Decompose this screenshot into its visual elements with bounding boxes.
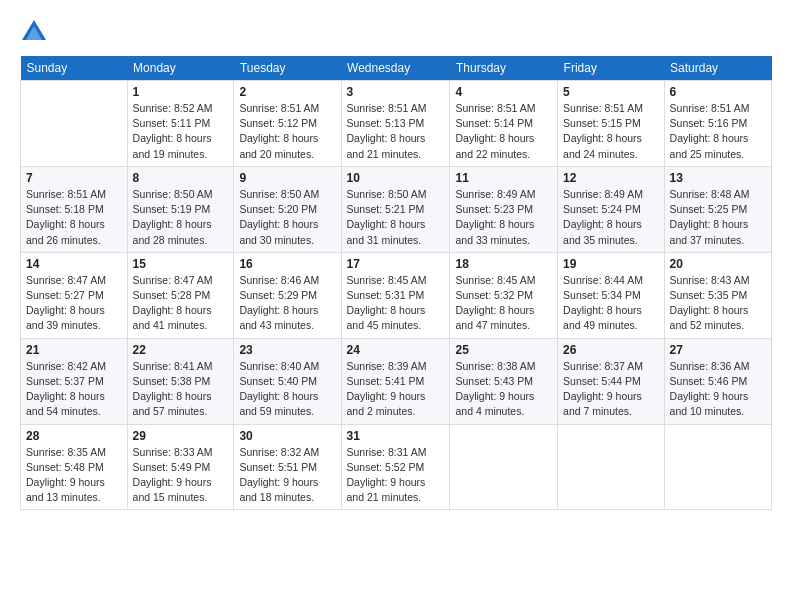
calendar-cell: 8Sunrise: 8:50 AM Sunset: 5:19 PM Daylig… <box>127 166 234 252</box>
day-number: 27 <box>670 343 766 357</box>
day-info: Sunrise: 8:31 AM Sunset: 5:52 PM Dayligh… <box>347 445 445 506</box>
calendar-cell: 22Sunrise: 8:41 AM Sunset: 5:38 PM Dayli… <box>127 338 234 424</box>
day-info: Sunrise: 8:40 AM Sunset: 5:40 PM Dayligh… <box>239 359 335 420</box>
day-info: Sunrise: 8:37 AM Sunset: 5:44 PM Dayligh… <box>563 359 659 420</box>
col-header-sunday: Sunday <box>21 56 128 81</box>
day-number: 17 <box>347 257 445 271</box>
day-number: 5 <box>563 85 659 99</box>
calendar-cell: 11Sunrise: 8:49 AM Sunset: 5:23 PM Dayli… <box>450 166 558 252</box>
calendar-cell: 28Sunrise: 8:35 AM Sunset: 5:48 PM Dayli… <box>21 424 128 510</box>
day-number: 30 <box>239 429 335 443</box>
day-info: Sunrise: 8:38 AM Sunset: 5:43 PM Dayligh… <box>455 359 552 420</box>
day-number: 20 <box>670 257 766 271</box>
day-info: Sunrise: 8:51 AM Sunset: 5:16 PM Dayligh… <box>670 101 766 162</box>
day-number: 9 <box>239 171 335 185</box>
day-info: Sunrise: 8:47 AM Sunset: 5:28 PM Dayligh… <box>133 273 229 334</box>
day-number: 13 <box>670 171 766 185</box>
calendar-cell: 13Sunrise: 8:48 AM Sunset: 5:25 PM Dayli… <box>664 166 771 252</box>
logo-icon <box>20 18 48 46</box>
calendar-cell: 27Sunrise: 8:36 AM Sunset: 5:46 PM Dayli… <box>664 338 771 424</box>
calendar-table: SundayMondayTuesdayWednesdayThursdayFrid… <box>20 56 772 510</box>
day-number: 23 <box>239 343 335 357</box>
day-info: Sunrise: 8:51 AM Sunset: 5:15 PM Dayligh… <box>563 101 659 162</box>
day-number: 14 <box>26 257 122 271</box>
day-info: Sunrise: 8:52 AM Sunset: 5:11 PM Dayligh… <box>133 101 229 162</box>
calendar-cell <box>558 424 665 510</box>
day-info: Sunrise: 8:50 AM Sunset: 5:19 PM Dayligh… <box>133 187 229 248</box>
calendar-cell: 1Sunrise: 8:52 AM Sunset: 5:11 PM Daylig… <box>127 81 234 167</box>
day-info: Sunrise: 8:33 AM Sunset: 5:49 PM Dayligh… <box>133 445 229 506</box>
day-info: Sunrise: 8:35 AM Sunset: 5:48 PM Dayligh… <box>26 445 122 506</box>
day-info: Sunrise: 8:51 AM Sunset: 5:14 PM Dayligh… <box>455 101 552 162</box>
day-info: Sunrise: 8:36 AM Sunset: 5:46 PM Dayligh… <box>670 359 766 420</box>
calendar-cell: 4Sunrise: 8:51 AM Sunset: 5:14 PM Daylig… <box>450 81 558 167</box>
day-info: Sunrise: 8:44 AM Sunset: 5:34 PM Dayligh… <box>563 273 659 334</box>
calendar-cell: 15Sunrise: 8:47 AM Sunset: 5:28 PM Dayli… <box>127 252 234 338</box>
day-number: 18 <box>455 257 552 271</box>
calendar-cell: 26Sunrise: 8:37 AM Sunset: 5:44 PM Dayli… <box>558 338 665 424</box>
calendar-cell: 25Sunrise: 8:38 AM Sunset: 5:43 PM Dayli… <box>450 338 558 424</box>
day-info: Sunrise: 8:50 AM Sunset: 5:21 PM Dayligh… <box>347 187 445 248</box>
day-number: 11 <box>455 171 552 185</box>
day-info: Sunrise: 8:49 AM Sunset: 5:24 PM Dayligh… <box>563 187 659 248</box>
calendar-cell: 23Sunrise: 8:40 AM Sunset: 5:40 PM Dayli… <box>234 338 341 424</box>
day-number: 24 <box>347 343 445 357</box>
calendar-cell: 7Sunrise: 8:51 AM Sunset: 5:18 PM Daylig… <box>21 166 128 252</box>
calendar-cell: 2Sunrise: 8:51 AM Sunset: 5:12 PM Daylig… <box>234 81 341 167</box>
col-header-wednesday: Wednesday <box>341 56 450 81</box>
calendar-cell: 29Sunrise: 8:33 AM Sunset: 5:49 PM Dayli… <box>127 424 234 510</box>
day-number: 15 <box>133 257 229 271</box>
day-info: Sunrise: 8:51 AM Sunset: 5:13 PM Dayligh… <box>347 101 445 162</box>
day-number: 7 <box>26 171 122 185</box>
day-info: Sunrise: 8:32 AM Sunset: 5:51 PM Dayligh… <box>239 445 335 506</box>
calendar-cell: 3Sunrise: 8:51 AM Sunset: 5:13 PM Daylig… <box>341 81 450 167</box>
day-number: 4 <box>455 85 552 99</box>
day-number: 6 <box>670 85 766 99</box>
day-number: 31 <box>347 429 445 443</box>
calendar-cell: 12Sunrise: 8:49 AM Sunset: 5:24 PM Dayli… <box>558 166 665 252</box>
week-row-1: 7Sunrise: 8:51 AM Sunset: 5:18 PM Daylig… <box>21 166 772 252</box>
day-info: Sunrise: 8:49 AM Sunset: 5:23 PM Dayligh… <box>455 187 552 248</box>
calendar-cell <box>450 424 558 510</box>
col-header-tuesday: Tuesday <box>234 56 341 81</box>
day-number: 22 <box>133 343 229 357</box>
day-number: 25 <box>455 343 552 357</box>
day-number: 28 <box>26 429 122 443</box>
day-number: 8 <box>133 171 229 185</box>
calendar-cell: 9Sunrise: 8:50 AM Sunset: 5:20 PM Daylig… <box>234 166 341 252</box>
calendar-cell: 6Sunrise: 8:51 AM Sunset: 5:16 PM Daylig… <box>664 81 771 167</box>
day-number: 1 <box>133 85 229 99</box>
day-info: Sunrise: 8:43 AM Sunset: 5:35 PM Dayligh… <box>670 273 766 334</box>
calendar-cell: 24Sunrise: 8:39 AM Sunset: 5:41 PM Dayli… <box>341 338 450 424</box>
day-info: Sunrise: 8:51 AM Sunset: 5:12 PM Dayligh… <box>239 101 335 162</box>
week-row-2: 14Sunrise: 8:47 AM Sunset: 5:27 PM Dayli… <box>21 252 772 338</box>
calendar-cell: 21Sunrise: 8:42 AM Sunset: 5:37 PM Dayli… <box>21 338 128 424</box>
logo <box>20 18 52 46</box>
day-number: 21 <box>26 343 122 357</box>
week-row-3: 21Sunrise: 8:42 AM Sunset: 5:37 PM Dayli… <box>21 338 772 424</box>
day-number: 3 <box>347 85 445 99</box>
calendar-cell: 17Sunrise: 8:45 AM Sunset: 5:31 PM Dayli… <box>341 252 450 338</box>
calendar-cell <box>664 424 771 510</box>
day-info: Sunrise: 8:45 AM Sunset: 5:31 PM Dayligh… <box>347 273 445 334</box>
header <box>20 18 772 46</box>
col-header-thursday: Thursday <box>450 56 558 81</box>
calendar-cell: 14Sunrise: 8:47 AM Sunset: 5:27 PM Dayli… <box>21 252 128 338</box>
day-info: Sunrise: 8:46 AM Sunset: 5:29 PM Dayligh… <box>239 273 335 334</box>
calendar-cell: 10Sunrise: 8:50 AM Sunset: 5:21 PM Dayli… <box>341 166 450 252</box>
day-number: 10 <box>347 171 445 185</box>
day-number: 12 <box>563 171 659 185</box>
day-number: 16 <box>239 257 335 271</box>
calendar-cell: 20Sunrise: 8:43 AM Sunset: 5:35 PM Dayli… <box>664 252 771 338</box>
day-info: Sunrise: 8:42 AM Sunset: 5:37 PM Dayligh… <box>26 359 122 420</box>
day-info: Sunrise: 8:47 AM Sunset: 5:27 PM Dayligh… <box>26 273 122 334</box>
day-number: 2 <box>239 85 335 99</box>
day-info: Sunrise: 8:51 AM Sunset: 5:18 PM Dayligh… <box>26 187 122 248</box>
page: SundayMondayTuesdayWednesdayThursdayFrid… <box>0 0 792 612</box>
calendar-cell: 19Sunrise: 8:44 AM Sunset: 5:34 PM Dayli… <box>558 252 665 338</box>
calendar-cell: 18Sunrise: 8:45 AM Sunset: 5:32 PM Dayli… <box>450 252 558 338</box>
week-row-4: 28Sunrise: 8:35 AM Sunset: 5:48 PM Dayli… <box>21 424 772 510</box>
header-row: SundayMondayTuesdayWednesdayThursdayFrid… <box>21 56 772 81</box>
day-info: Sunrise: 8:50 AM Sunset: 5:20 PM Dayligh… <box>239 187 335 248</box>
day-info: Sunrise: 8:41 AM Sunset: 5:38 PM Dayligh… <box>133 359 229 420</box>
